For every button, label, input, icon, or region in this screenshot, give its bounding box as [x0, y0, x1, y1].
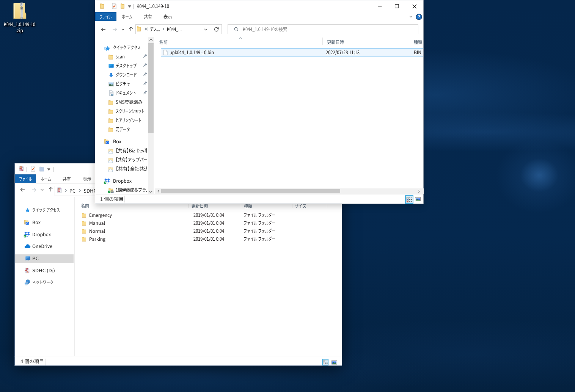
svg-text:HC: HC	[20, 169, 24, 171]
svg-text:?: ?	[418, 14, 420, 19]
svg-text:SD: SD	[58, 188, 61, 190]
svg-text:SD: SD	[20, 166, 23, 168]
svg-text:SD: SD	[26, 268, 28, 270]
svg-text:HC: HC	[26, 271, 29, 273]
svg-text:HC: HC	[58, 191, 61, 193]
